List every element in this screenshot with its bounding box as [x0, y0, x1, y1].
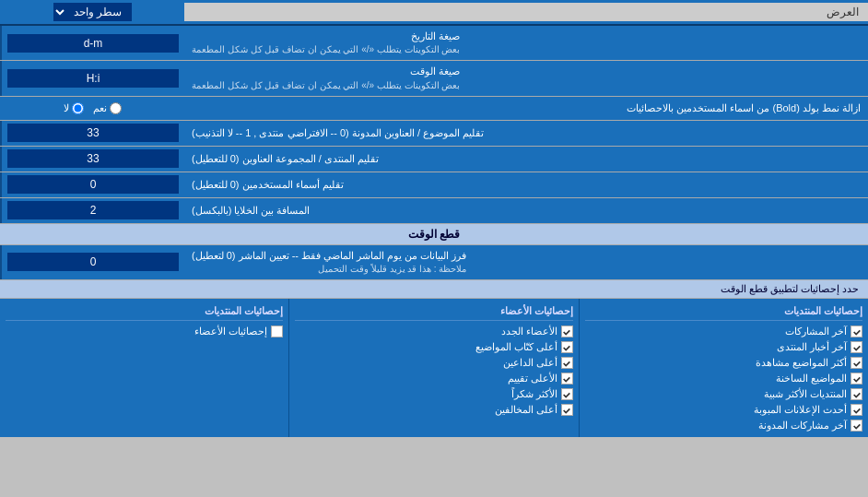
- stats-item-classifieds: أحدث الإعلانات المبوبة: [585, 402, 862, 418]
- main-container: العرض سطر واحد سطرين ثلاثة أسطر صيغة الت…: [0, 0, 868, 437]
- cell-spacing-input-area: [0, 198, 184, 223]
- header-label: العرض: [184, 3, 868, 21]
- usernames-row: تقليم أسماء المستخدمين (0 للتعطيل): [0, 172, 868, 198]
- stats-item-new-members: الأعضاء الجدد: [295, 324, 572, 339]
- date-format-row: صيغة التاريخ بعض التكوينات يتطلب «/» الت…: [0, 26, 868, 61]
- usernames-input-area: [0, 172, 184, 197]
- cell-spacing-input[interactable]: [7, 201, 179, 219]
- date-format-input-area: [0, 26, 184, 60]
- checkbox-last-posts[interactable]: [850, 325, 862, 337]
- topics-titles-input[interactable]: [7, 124, 179, 142]
- header-select-area: سطر واحد سطرين ثلاثة أسطر: [0, 0, 184, 24]
- topics-titles-label: تقليم الموضوع / العناوين المدونة (0 -- ا…: [184, 121, 868, 146]
- stats-col3-header: إحصائيات الأعضاء: [295, 302, 572, 321]
- cuttime-row: فرز البيانات من يوم الماشر الماضي فقط --…: [0, 245, 868, 280]
- stats-col2-header: إحصائيات المنتديات: [6, 302, 283, 321]
- bold-yes-radio[interactable]: [110, 102, 122, 114]
- cuttime-header: قطع الوقت: [0, 224, 868, 245]
- stats-item-top-rated: الأعلى تقييم: [295, 371, 572, 386]
- stats-header: حدد إحصائيات لتطبيق قطع الوقت: [0, 280, 868, 299]
- checkbox-top-violators[interactable]: [561, 404, 573, 416]
- cell-spacing-label: المسافة بين الخلايا (بالبكسل): [184, 198, 868, 223]
- cuttime-label: فرز البيانات من يوم الماشر الماضي فقط --…: [184, 245, 868, 279]
- cell-spacing-row: المسافة بين الخلايا (بالبكسل): [0, 198, 868, 224]
- bold-remove-label: ازالة نمط بولد (Bold) من اسماء المستخدمي…: [184, 99, 868, 118]
- stats-item-member-stats: إحصائيات الأعضاء: [6, 324, 283, 339]
- checkbox-similar-forums[interactable]: [850, 388, 862, 400]
- stats-col-members: إحصائيات الأعضاء الأعضاء الجدد أعلى كتّا…: [288, 299, 578, 437]
- date-format-label: صيغة التاريخ بعض التكوينات يتطلب «/» الت…: [184, 26, 868, 60]
- bold-yes-option[interactable]: نعم: [93, 102, 122, 114]
- checkbox-new-members[interactable]: [561, 325, 573, 337]
- checkbox-top-posters[interactable]: [561, 341, 573, 353]
- forum-titles-input[interactable]: [7, 149, 179, 168]
- checkbox-member-stats[interactable]: [271, 325, 283, 337]
- stats-item-top-inviters: أعلى الداعين: [295, 355, 572, 371]
- stats-item-hot-topics: المواضيع الساخنة: [585, 371, 862, 386]
- stats-item-top-violators: أعلى المخالفين: [295, 402, 572, 418]
- stats-item-top-posters: أعلى كتّاب المواضيع: [295, 339, 572, 355]
- stats-col-forums: إحصائيات المنتديات آخر المشاركات آخر أخب…: [579, 299, 868, 437]
- stats-col1-header: إحصائيات المنتديات: [585, 302, 862, 321]
- cuttime-input[interactable]: [7, 253, 179, 271]
- checkbox-classifieds[interactable]: [850, 404, 862, 416]
- usernames-label: تقليم أسماء المستخدمين (0 للتعطيل): [184, 172, 868, 197]
- stats-col-general: إحصائيات المنتديات إحصائيات الأعضاء: [0, 299, 288, 437]
- forum-titles-input-area: [0, 147, 184, 172]
- date-format-input[interactable]: [7, 34, 179, 53]
- time-format-row: صيغة الوقت بعض التكوينات يتطلب «/» التي …: [0, 61, 868, 96]
- topics-titles-row: تقليم الموضوع / العناوين المدونة (0 -- ا…: [0, 121, 868, 147]
- checkbox-most-thanked[interactable]: [561, 388, 573, 400]
- bold-radio-area: نعم لا: [0, 100, 184, 117]
- checkbox-blog-posts[interactable]: [850, 420, 862, 432]
- stats-item-similar-forums: المنتديات الأكثر شبية: [585, 386, 862, 402]
- stats-grid: إحصائيات المنتديات آخر المشاركات آخر أخب…: [0, 299, 868, 437]
- stats-item-forum-news: آخر أخبار المنتدى: [585, 339, 862, 355]
- stats-item-blog-posts: آخر مشاركات المدونة: [585, 418, 862, 433]
- cuttime-input-area: [0, 245, 184, 279]
- time-format-input[interactable]: [7, 69, 179, 88]
- checkbox-top-inviters[interactable]: [561, 357, 573, 369]
- forum-titles-row: تقليم المنتدى / المجموعة العناوين (0 للت…: [0, 147, 868, 172]
- bold-no-option[interactable]: لا: [64, 102, 84, 114]
- stats-item-last-posts: آخر المشاركات: [585, 324, 862, 339]
- topics-titles-input-area: [0, 121, 184, 146]
- checkbox-top-rated[interactable]: [561, 373, 573, 385]
- checkbox-forum-news[interactable]: [850, 341, 862, 353]
- header-row: العرض سطر واحد سطرين ثلاثة أسطر: [0, 0, 868, 26]
- time-format-input-area: [0, 61, 184, 95]
- checkbox-hot-topics[interactable]: [850, 373, 862, 385]
- bold-no-radio[interactable]: [72, 102, 84, 114]
- stats-item-most-thanked: الأكثر شكراً: [295, 386, 572, 402]
- checkbox-most-viewed[interactable]: [850, 357, 862, 369]
- stats-item-most-viewed: أكثر المواضيع مشاهدة: [585, 355, 862, 371]
- bold-remove-row: ازالة نمط بولد (Bold) من اسماء المستخدمي…: [0, 97, 868, 121]
- time-format-label: صيغة الوقت بعض التكوينات يتطلب «/» التي …: [184, 61, 868, 95]
- usernames-input[interactable]: [7, 175, 179, 194]
- forum-titles-label: تقليم المنتدى / المجموعة العناوين (0 للت…: [184, 147, 868, 172]
- display-select[interactable]: سطر واحد سطرين ثلاثة أسطر: [53, 3, 132, 21]
